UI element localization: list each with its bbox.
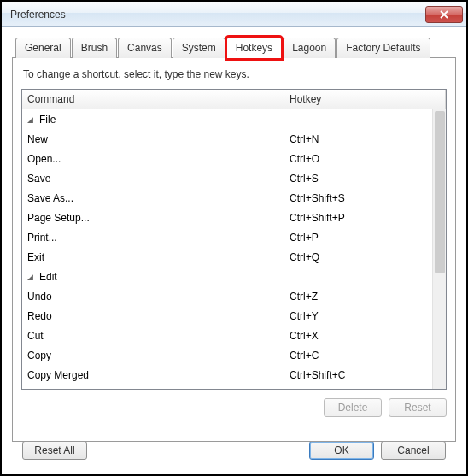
list-header: Command Hotkey (22, 90, 446, 109)
hotkey-cell: Ctrl+Z (284, 291, 432, 303)
tab-strip: General Brush Canvas System Hotkeys Lago… (15, 36, 456, 58)
hotkey-cell: Ctrl+C (284, 350, 432, 361)
close-button[interactable] (425, 6, 463, 23)
tree-item[interactable]: NewCtrl+N (22, 129, 432, 149)
command-label: File (39, 114, 56, 126)
command-label: Redo (27, 310, 52, 322)
command-label: Copy (27, 350, 51, 361)
command-label: Save As... (27, 192, 73, 204)
tab-factory-defaults[interactable]: Factory Defaults (336, 38, 430, 58)
command-cell: Paste (22, 389, 284, 390)
command-cell: Cut (22, 330, 284, 342)
hotkey-cell: Ctrl+Shift+S (284, 192, 432, 204)
command-cell: Open... (22, 153, 284, 165)
command-cell: ◢Edit (22, 271, 284, 283)
tree-group[interactable]: ◢Edit (22, 267, 432, 286)
tree-item[interactable]: CopyCtrl+C (22, 345, 432, 365)
column-header-hotkey[interactable]: Hotkey (284, 90, 446, 109)
hotkey-cell: Ctrl+Shift+C (284, 369, 432, 381)
hotkey-cell: Ctrl+X (284, 330, 432, 342)
expand-toggle-icon[interactable]: ◢ (27, 273, 36, 281)
window-title: Preferences (5, 9, 425, 21)
tree-item[interactable]: SaveCtrl+S (22, 168, 432, 188)
panel-button-row: Delete Reset (21, 398, 447, 417)
command-cell: Print... (22, 232, 284, 244)
command-label: Print... (27, 232, 57, 244)
hotkey-cell: Ctrl+O (284, 153, 432, 165)
client-area: General Brush Canvas System Hotkeys Lago… (2, 27, 466, 468)
command-cell: Redo (22, 310, 284, 322)
command-cell: Copy Merged (22, 369, 284, 381)
hotkey-cell: Ctrl+N (284, 133, 432, 145)
vertical-scrollbar[interactable] (432, 109, 446, 389)
tab-brush[interactable]: Brush (72, 38, 117, 58)
command-cell: Copy (22, 350, 284, 361)
tab-general[interactable]: General (15, 38, 71, 58)
command-cell: ◢File (22, 114, 284, 126)
hotkey-cell: Ctrl+Shift+P (284, 212, 432, 224)
command-label: New (27, 133, 48, 145)
tree-item[interactable]: Open...Ctrl+O (22, 149, 432, 168)
command-cell: Save As... (22, 192, 284, 204)
tree-item[interactable]: RedoCtrl+Y (22, 306, 432, 326)
tab-panel-hotkeys: To change a shortcut, select it, type th… (12, 57, 456, 442)
dialog-button-bar: Reset All OK Cancel (12, 441, 456, 460)
tree-group[interactable]: ◢File (22, 109, 432, 129)
command-label: Edit (39, 271, 57, 283)
command-cell: Exit (22, 251, 284, 263)
hotkey-cell: Ctrl+Q (284, 251, 432, 263)
ok-button[interactable]: OK (309, 441, 374, 460)
tab-lagoon[interactable]: Lagoon (283, 38, 336, 58)
reset-all-button[interactable]: Reset All (22, 441, 87, 460)
command-label: Cut (27, 330, 44, 342)
tab-hotkeys[interactable]: Hotkeys (226, 37, 282, 59)
scroll-thumb[interactable] (435, 111, 445, 273)
command-cell: Save (22, 173, 284, 185)
tree-item[interactable]: Save As...Ctrl+Shift+S (22, 188, 432, 208)
instruction-text: To change a shortcut, select it, type th… (23, 68, 447, 80)
command-label: Exit (27, 251, 44, 263)
close-icon (440, 10, 448, 19)
title-bar: Preferences (2, 2, 466, 27)
hotkey-cell: Ctrl+S (284, 173, 432, 185)
hotkey-cell: Ctrl+Y (284, 310, 432, 322)
hotkey-cell: Ctrl+P (284, 232, 432, 244)
command-label: Page Setup... (27, 212, 90, 224)
delete-button[interactable]: Delete (324, 398, 382, 417)
tree-item[interactable]: ExitCtrl+Q (22, 247, 432, 267)
tree-item[interactable]: CutCtrl+X (22, 326, 432, 345)
tab-container: General Brush Canvas System Hotkeys Lago… (12, 36, 456, 443)
hotkey-cell: Ctrl+V (284, 389, 432, 390)
hotkey-list: Command Hotkey ◢FileNewCtrl+NOpen...Ctrl… (21, 89, 447, 390)
list-body: ◢FileNewCtrl+NOpen...Ctrl+OSaveCtrl+SSav… (22, 109, 432, 389)
tab-canvas[interactable]: Canvas (118, 38, 172, 58)
command-cell: Page Setup... (22, 212, 284, 224)
command-label: Paste (27, 389, 54, 390)
command-cell: Undo (22, 291, 284, 303)
reset-button[interactable]: Reset (389, 398, 447, 417)
tab-system[interactable]: System (173, 38, 225, 58)
cancel-button[interactable]: Cancel (381, 441, 446, 460)
tree-item[interactable]: Copy MergedCtrl+Shift+C (22, 365, 432, 385)
column-header-command[interactable]: Command (22, 90, 284, 109)
tree-item[interactable]: PasteCtrl+V (22, 385, 432, 389)
command-cell: New (22, 133, 284, 145)
command-label: Open... (27, 153, 61, 165)
expand-toggle-icon[interactable]: ◢ (27, 115, 36, 124)
tree-item[interactable]: UndoCtrl+Z (22, 286, 432, 306)
command-label: Save (27, 173, 50, 185)
command-label: Undo (27, 291, 52, 303)
command-label: Copy Merged (27, 369, 89, 381)
tree-item[interactable]: Print...Ctrl+P (22, 227, 432, 247)
tree-item[interactable]: Page Setup...Ctrl+Shift+P (22, 208, 432, 227)
